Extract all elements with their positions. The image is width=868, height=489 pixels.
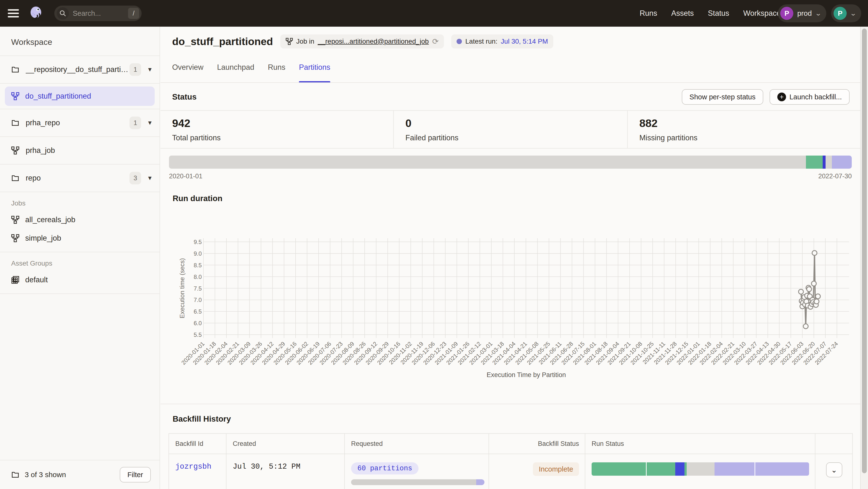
svg-text:Execution time (secs): Execution time (secs) [179,258,186,318]
launch-backfill-button[interactable]: + Launch backfill... [770,89,849,105]
backfill-table: Backfill Id Created Requested Backfill S… [168,433,853,489]
svg-text:6.0: 6.0 [194,320,202,326]
sidebar-repo-repo[interactable]: repo 3 ▼ [0,165,159,192]
run-status-cell [585,454,815,489]
latest-run-tag: Latest run: Jul 30, 5:14 PM [451,34,553,48]
sidebar-repo-do-stuff[interactable]: __repository__do_stuff_partitio... 1 ▼ [0,56,159,83]
job-icon [11,216,20,224]
deployment-avatar: P [780,7,793,20]
asset-groups-section-label: Asset Groups [0,252,159,271]
nav-status[interactable]: Status [708,9,729,18]
asset-group-icon [11,276,20,284]
show-per-step-status-button[interactable]: Show per-step status [682,89,763,105]
reload-icon[interactable]: ⟳ [432,37,439,46]
partition-status-bar[interactable] [169,156,852,169]
nav-workspace[interactable]: Workspace [743,9,781,18]
svg-text:5.5: 5.5 [194,331,202,338]
col-expand [815,434,852,454]
search-box[interactable]: / [54,6,142,21]
run-status-bar[interactable] [592,462,809,476]
deployment-switcher[interactable]: P prod ⌄ [778,4,826,22]
svg-text:6.5: 6.5 [194,308,202,315]
backfill-status-badge: Incomplete [533,462,579,476]
latest-run-link[interactable]: Jul 30, 5:14 PM [501,38,548,45]
svg-text:7.5: 7.5 [194,285,202,292]
user-menu[interactable]: P ⌄ [831,4,861,22]
svg-text:Execution Time by Partition: Execution Time by Partition [487,371,566,379]
requested-partitions-chip: 60 partitions [351,462,418,475]
sidebar-item-prha-job[interactable]: prha_job [0,137,159,164]
sidebar-item-default-asset-group[interactable]: default [0,271,159,289]
chevron-down-icon[interactable]: ▼ [147,120,153,126]
tab-overview[interactable]: Overview [172,59,204,83]
backfill-id-link[interactable]: jozrgsbh [175,462,211,471]
svg-text:7.0: 7.0 [194,297,202,303]
tab-runs[interactable]: Runs [268,59,285,83]
backfill-table-header: Backfill Id Created Requested Backfill S… [169,434,852,454]
job-repo-link[interactable]: __reposi...artitioned@partitioned_job [318,38,429,45]
run-status-dot [457,39,462,44]
deployment-label: prod [797,9,812,18]
chevron-down-icon: ⌄ [850,10,857,17]
stat-missing-partitions: 882 Missing partitions [627,111,860,148]
sidebar-repo-prha-repo[interactable]: prha_repo 1 ▼ [0,109,159,136]
col-created: Created [226,434,345,454]
partition-bar-range: 2020-01-01 2022-07-30 [169,172,852,180]
partition-range-end: 2022-07-30 [818,172,852,180]
nav-runs[interactable]: Runs [640,9,657,18]
menu-icon[interactable] [8,9,19,18]
tab-launchpad[interactable]: Launchpad [217,59,254,83]
search-input[interactable] [73,9,119,18]
run-duration-heading: Run duration [173,194,222,203]
backfill-history-heading: Backfill History [173,414,231,424]
sidebar-title: Workspace [0,27,159,56]
col-run-status: Run Status [585,434,815,454]
tab-partitions[interactable]: Partitions [299,59,330,83]
sidebar-item-all-cereals-job[interactable]: all_cereals_job [0,210,159,229]
backfill-requested-cell: 60 partitions 2020-01-01 2022-07-30 [345,454,489,489]
expand-row-button[interactable]: ⌄ [826,462,842,477]
sidebar-footer: 3 of 3 shown Filter [0,460,159,489]
repo-count-badge: 1 [129,63,141,76]
page-title: do_stuff_partitioned [172,36,273,47]
folder-icon [11,174,20,182]
main-content: do_stuff_partitioned Job in __reposi...a… [160,27,860,489]
folder-icon [11,119,20,127]
workspace-sidebar: Workspace __repository__do_stuff_partiti… [0,27,160,489]
status-heading: Status [172,92,197,101]
requested-partitions-bar [351,479,485,485]
col-backfill-id: Backfill Id [169,434,226,454]
partition-stats: 942 Total partitions 0 Failed partitions… [160,110,860,149]
col-backfill-status: Backfill Status [489,434,585,454]
chevron-down-icon[interactable]: ▼ [147,66,153,73]
nav-assets[interactable]: Assets [671,9,694,18]
run-duration-chart: 2020-01-012020-01-182020-02-042020-02-21… [168,210,854,385]
job-icon [11,92,20,100]
svg-text:8.5: 8.5 [194,262,202,268]
chevron-down-icon: ⌄ [815,10,822,17]
repos-shown-count: 3 of 3 shown [25,470,120,479]
stat-total-partitions: 942 Total partitions [160,111,393,148]
job-origin-tag: Job in __reposi...artitioned@partitioned… [280,34,444,48]
dagster-logo[interactable] [29,6,44,21]
folder-icon [11,65,20,74]
job-icon [286,38,293,45]
job-tabs: Overview Launchpad Runs Partitions [172,59,330,83]
sidebar-item-do-stuff-partitioned[interactable]: do_stuff_partitioned [5,87,155,106]
partition-range-start: 2020-01-01 [169,172,203,180]
jobs-section-label: Jobs [0,192,159,210]
chevron-down-icon[interactable]: ▼ [147,175,153,182]
stat-failed-partitions: 0 Failed partitions [393,111,627,148]
top-nav-bar: / Runs Assets Status Workspace P prod ⌄ … [0,0,868,27]
plus-circle-icon: + [777,93,786,101]
user-avatar: P [834,7,847,20]
sidebar-item-simple-job[interactable]: simple_job [0,229,159,248]
search-icon [57,7,69,20]
repo-count-badge: 1 [129,117,141,129]
table-row: jozrgsbh Jul 30, 5:12 PM 60 partitions 2… [169,454,852,489]
job-icon [11,234,20,242]
filter-button[interactable]: Filter [120,467,151,483]
svg-text:9.5: 9.5 [194,239,202,245]
search-shortcut-key: / [128,8,139,19]
scrollbar-thumb[interactable] [862,29,867,473]
